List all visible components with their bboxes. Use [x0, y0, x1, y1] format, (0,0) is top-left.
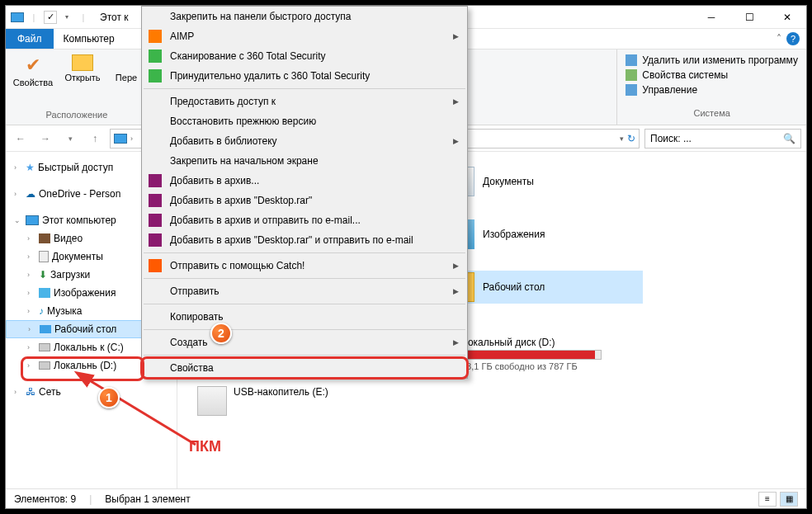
ctx-item[interactable]: Восстановить прежнюю версию — [142, 111, 467, 131]
ctx-item[interactable]: Отправить с помощью Catch!▶ — [142, 256, 467, 276]
ctx-item[interactable]: Добавить в архив... — [142, 171, 467, 191]
ctx-item[interactable]: Принудительно удалить с 360 Total Securi… — [142, 66, 467, 86]
360-icon — [149, 50, 162, 63]
minimize-button[interactable]: ─ — [692, 6, 730, 29]
annotation-badge-1: 1 — [98, 387, 120, 408]
pc-icon — [114, 134, 127, 144]
sysprops-icon — [626, 69, 637, 81]
cloud-icon: ☁ — [26, 188, 35, 200]
ctx-item[interactable]: Сканирование с 360 Total Security — [142, 46, 467, 66]
up-button[interactable]: ↑ — [85, 129, 105, 149]
submenu-arrow-icon: ▶ — [453, 338, 459, 347]
dropdown-icon[interactable]: ▾ — [620, 134, 624, 143]
uninstall-icon — [626, 54, 637, 66]
ctx-item[interactable]: Копировать — [142, 307, 467, 327]
close-button[interactable]: ✕ — [768, 6, 806, 29]
annotation-badge-2: 2 — [210, 323, 232, 344]
pc-icon — [11, 11, 24, 24]
ribbon-open[interactable]: Открыть — [60, 53, 105, 87]
qat-sep2: | — [77, 11, 90, 24]
rename-icon — [118, 54, 135, 71]
recent-button[interactable]: ▾ — [60, 129, 80, 149]
qat-sep: | — [27, 11, 40, 24]
ctx-item[interactable]: Закрепить на начальном экране — [142, 151, 467, 171]
forward-button[interactable]: → — [35, 129, 55, 149]
view-details-button[interactable]: ≡ — [758, 492, 777, 507]
download-icon: ⬇ — [39, 269, 47, 281]
rar-icon — [149, 194, 162, 207]
chevron-right-icon: › — [130, 134, 133, 143]
pc-icon — [26, 215, 39, 225]
link-uninstall[interactable]: Удалить или изменить программу — [626, 54, 798, 66]
qat: | ✓ ▾ | — [6, 11, 95, 24]
submenu-arrow-icon: ▶ — [453, 262, 459, 270]
ctx-item[interactable]: Создать▶ — [142, 332, 467, 352]
ribbon-properties[interactable]: ✔ Свойства — [11, 53, 55, 87]
link-manage[interactable]: Управление — [626, 84, 798, 96]
folder-icon — [72, 54, 93, 71]
chevron-up-icon[interactable]: ˄ — [777, 33, 781, 45]
ctx-item[interactable]: Отправить▶ — [142, 281, 467, 301]
submenu-arrow-icon: ▶ — [453, 137, 459, 145]
submenu-arrow-icon: ▶ — [453, 32, 459, 40]
rar-icon — [149, 214, 162, 227]
status-count: Элементов: 9 — [14, 493, 76, 505]
video-icon — [39, 233, 50, 243]
music-icon: ♪ — [39, 305, 44, 317]
qat-check-icon[interactable]: ✓ — [44, 11, 57, 24]
ctx-item[interactable]: Добавить в архив и отправить по e-mail..… — [142, 210, 467, 230]
network-icon: 🖧 — [26, 386, 35, 398]
aimp-icon — [149, 30, 162, 43]
help-icon[interactable]: ? — [786, 32, 800, 45]
view-icons-button[interactable]: ▦ — [780, 492, 798, 507]
ctx-item[interactable]: AIMP▶ — [142, 26, 467, 46]
drive-icon — [39, 343, 50, 351]
drive-e[interactable]: USB-накопитель (E:) — [197, 386, 395, 416]
search-icon: 🔍 — [783, 133, 795, 144]
folder-desktop[interactable]: Рабочий стол — [445, 271, 643, 304]
ribbon-group-location: Расположение — [11, 110, 143, 121]
catch-icon — [149, 259, 162, 272]
folder-pics[interactable]: Изображения — [445, 218, 643, 251]
status-bar: Элементов: 9 | Выбран 1 элемент ≡ ▦ — [6, 488, 806, 508]
search-input[interactable]: Поиск: ... 🔍 — [644, 129, 801, 149]
tab-computer[interactable]: Компьютер — [54, 29, 125, 49]
360-icon — [149, 69, 162, 83]
link-sysprops[interactable]: Свойства системы — [626, 69, 798, 81]
star-icon: ★ — [26, 162, 35, 173]
ribbon-rename[interactable]: Пере — [110, 53, 143, 87]
qat-down-icon[interactable]: ▾ — [60, 11, 73, 24]
refresh-icon[interactable]: ↻ — [627, 133, 635, 144]
rar-icon — [149, 174, 162, 187]
rar-icon — [149, 233, 162, 247]
check-icon: ✔ — [26, 54, 40, 76]
ctx-item[interactable]: Добавить в архив "Desktop.rar" — [142, 191, 467, 210]
usage-bar — [461, 350, 602, 360]
back-button[interactable]: ← — [11, 129, 31, 149]
context-menu: Закрепить на панели быстрого доступаAIMP… — [141, 6, 468, 379]
ribbon-group-system: Система — [626, 108, 798, 120]
submenu-arrow-icon: ▶ — [453, 287, 459, 295]
ctx-item[interactable]: Добавить в архив "Desktop.rar" и отправи… — [142, 230, 467, 250]
manage-icon — [626, 84, 637, 96]
docs-icon — [39, 251, 49, 262]
pics-icon — [39, 288, 50, 298]
folder-docs[interactable]: Документы — [445, 165, 643, 198]
window-title: Этот к — [95, 12, 128, 23]
maximize-button[interactable]: ☐ — [730, 6, 768, 29]
ctx-item[interactable]: Закрепить на панели быстрого доступа — [142, 7, 467, 26]
annotation-pkm-label: ПКМ — [189, 438, 221, 455]
tab-file[interactable]: Файл — [6, 29, 54, 49]
submenu-arrow-icon: ▶ — [453, 97, 459, 106]
status-selection: Выбран 1 элемент — [105, 493, 190, 505]
ctx-item[interactable]: Предоставить доступ к▶ — [142, 92, 467, 111]
desktop-icon — [40, 325, 51, 333]
ctx-item[interactable]: Добавить в библиотеку▶ — [142, 131, 467, 151]
